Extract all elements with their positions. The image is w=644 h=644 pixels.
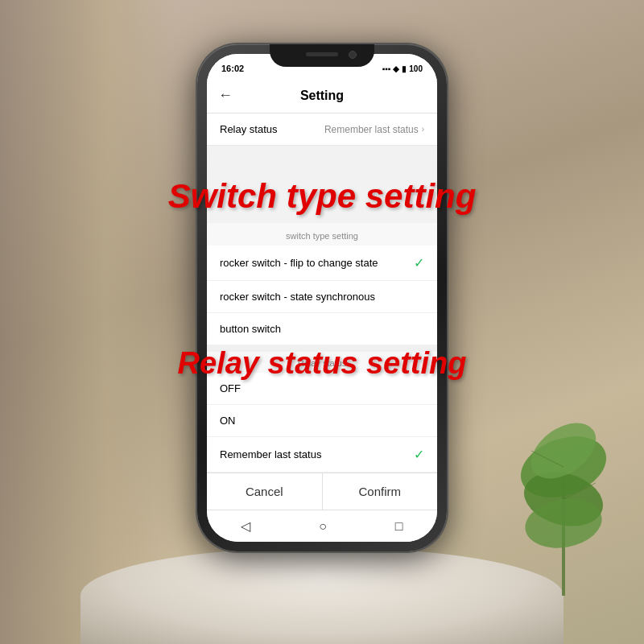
switch-section-header: switch type setting: [207, 223, 437, 246]
nav-bar: ← Setting: [207, 78, 437, 114]
bg-plant: [499, 370, 628, 596]
battery-icon: ▮: [402, 64, 407, 73]
relay-status-row[interactable]: Relay status Remember last status ›: [207, 114, 437, 146]
switch-option-3-label: button switch: [220, 323, 281, 335]
bottom-sheet: switch type setting rocker switch - flip…: [207, 223, 437, 510]
signal-icon: ▪▪▪: [382, 64, 391, 73]
chevron-right-icon: ›: [422, 125, 424, 134]
relay-status-current: Remember last status: [324, 124, 419, 135]
bottom-nav: ◁ ○ □: [207, 510, 437, 542]
phone-camera: [349, 51, 357, 59]
switch-option-3[interactable]: button switch: [207, 313, 437, 345]
relay-status-value: Remember last status ›: [324, 124, 424, 135]
wifi-icon: ◆: [393, 64, 399, 73]
back-button[interactable]: ←: [218, 87, 233, 104]
bg-curtain: [0, 0, 177, 644]
relay-option-remember[interactable]: Remember last status ✓: [207, 437, 437, 473]
nav-back-icon[interactable]: ◁: [241, 518, 250, 534]
relay-status-label: Relay status: [220, 123, 278, 135]
switch-option-2[interactable]: rocker switch - state synchronous: [207, 281, 437, 313]
confirm-button[interactable]: Confirm: [322, 473, 438, 510]
phone-shell: 16:02 ▪▪▪ ◆ ▮ 100 ← Setting Relay status…: [197, 44, 447, 551]
sheet-divider: [207, 345, 437, 352]
switch-option-1-label: rocker switch - flip to change state: [220, 257, 378, 269]
phone-speaker: [306, 52, 338, 56]
relay-section-header: Relay status: [207, 352, 437, 373]
relay-option-on[interactable]: ON: [207, 405, 437, 437]
content-area: Relay status Remember last status › swit…: [207, 114, 437, 510]
relay-option-on-label: ON: [220, 415, 236, 427]
nav-title: Setting: [300, 89, 344, 103]
nav-home-icon[interactable]: ○: [319, 519, 327, 534]
relay-option-off-label: OFF: [220, 382, 241, 394]
switch-option-2-label: rocker switch - state synchronous: [220, 291, 375, 303]
status-icons: ▪▪▪ ◆ ▮ 100: [382, 64, 423, 73]
bg-table: [80, 547, 564, 644]
status-time: 16:02: [221, 64, 244, 73]
relay-option-remember-label: Remember last status: [220, 448, 321, 460]
phone-screen: 16:02 ▪▪▪ ◆ ▮ 100 ← Setting Relay status…: [207, 54, 437, 542]
check-icon-2: ✓: [414, 447, 424, 462]
phone-notch: [270, 44, 374, 67]
battery-pct: 100: [409, 64, 423, 73]
cancel-button[interactable]: Cancel: [207, 473, 322, 510]
nav-recents-icon[interactable]: □: [395, 519, 403, 534]
switch-option-1[interactable]: rocker switch - flip to change state ✓: [207, 246, 437, 281]
check-icon-1: ✓: [414, 255, 424, 270]
action-buttons: Cancel Confirm: [207, 473, 437, 510]
relay-option-off[interactable]: OFF: [207, 373, 437, 405]
